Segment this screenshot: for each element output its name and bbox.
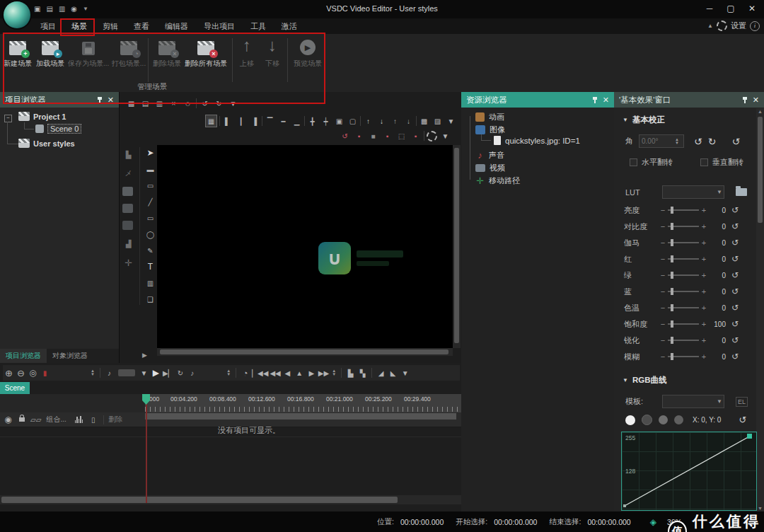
motion-add-icon[interactable]: ↺ bbox=[340, 130, 350, 141]
video-tool-icon[interactable] bbox=[122, 221, 133, 230]
slider-track[interactable] bbox=[668, 258, 699, 260]
track-lane[interactable] bbox=[145, 413, 456, 420]
rotate-caret-icon[interactable]: ▼ bbox=[228, 98, 238, 109]
slider-track[interactable] bbox=[668, 291, 699, 292]
slider-track[interactable] bbox=[668, 226, 699, 227]
counter-tool-icon[interactable]: ▥ bbox=[145, 277, 156, 289]
movement-tool-icon[interactable]: ✛ bbox=[123, 257, 134, 268]
slider-track[interactable] bbox=[668, 307, 699, 308]
rotate-free-icon[interactable]: ○ bbox=[183, 98, 193, 109]
zoom-out-icon[interactable]: ⊖ bbox=[16, 367, 26, 378]
zoom-indicator-icon[interactable]: ◈ bbox=[650, 518, 656, 526]
preview-quality-control[interactable] bbox=[118, 369, 135, 376]
slider-decrease[interactable]: − bbox=[659, 238, 666, 247]
chart-tool-icon[interactable]: ▙ bbox=[123, 149, 134, 160]
bring-forward-icon[interactable]: ↑ bbox=[363, 115, 374, 127]
text-tool-icon[interactable]: T bbox=[145, 261, 156, 272]
waveform-view-icon[interactable]: ▙ bbox=[345, 367, 356, 378]
flip-vertical-checkbox[interactable]: 垂直翻转 bbox=[700, 157, 743, 168]
reset-icon[interactable]: ↺ bbox=[727, 320, 743, 328]
resource-item-animation[interactable]: 动画 bbox=[475, 112, 504, 122]
prev-frame-icon[interactable]: ◀ bbox=[282, 367, 293, 378]
slider-track[interactable] bbox=[668, 209, 699, 211]
template-select[interactable]: ▼ bbox=[662, 395, 724, 408]
spinner-icon[interactable]: ▲▼ bbox=[91, 369, 95, 376]
slider-increase[interactable]: + bbox=[700, 287, 707, 296]
tree-item-project1[interactable]: Project 1 bbox=[18, 112, 66, 121]
channel-green-icon[interactable] bbox=[659, 415, 668, 424]
reset-icon[interactable]: ↺ bbox=[727, 206, 743, 214]
settings-label[interactable]: 设置 bbox=[731, 21, 746, 31]
freeshape-tool-icon[interactable]: ✎ bbox=[145, 245, 156, 256]
reset-curve-icon[interactable]: ↺ bbox=[739, 415, 746, 424]
bring-front-icon[interactable]: ↑ bbox=[390, 115, 400, 127]
pin-icon[interactable] bbox=[742, 97, 748, 103]
tab-projects[interactable]: 项目 bbox=[33, 19, 64, 34]
delete-object-icon[interactable]: × bbox=[168, 98, 179, 109]
tab-object-explorer[interactable]: 对象浏览器 bbox=[47, 349, 93, 363]
slider-decrease[interactable]: − bbox=[659, 352, 666, 361]
slider-track[interactable] bbox=[668, 340, 699, 341]
clock-icon[interactable]: ◔ bbox=[240, 367, 250, 378]
canvas-hscrollbar[interactable] bbox=[157, 348, 453, 356]
palette-more-icon[interactable]: ▶ bbox=[142, 352, 147, 359]
settings-gear-icon[interactable] bbox=[717, 21, 727, 31]
motion-point-icon[interactable]: ▪ bbox=[354, 130, 364, 141]
slider-track[interactable] bbox=[668, 356, 699, 357]
slider-decrease[interactable]: − bbox=[659, 303, 666, 312]
audio-tool-icon[interactable]: ▟ bbox=[123, 238, 134, 249]
collapse-ribbon-icon[interactable]: ▲ bbox=[707, 23, 713, 29]
tab-activation[interactable]: 激活 bbox=[274, 19, 305, 34]
tree-item-scene0[interactable]: Scene 0 bbox=[35, 124, 81, 134]
section-rgb-curves[interactable]: ▼ RGB曲线 bbox=[623, 375, 666, 386]
delete-all-scenes-button[interactable]: × 删除所有场景 bbox=[183, 37, 229, 82]
preview-scene-button[interactable]: ▶ 预览场景 bbox=[291, 37, 325, 82]
chroma-icon[interactable]: ▪ bbox=[382, 130, 393, 141]
align-left-icon[interactable]: ▌ bbox=[222, 115, 233, 127]
align-center-icon[interactable]: ┃ bbox=[236, 115, 246, 127]
spinner-icon[interactable]: ▲▼ bbox=[226, 369, 231, 376]
ellipse-tool-icon[interactable]: ◯ bbox=[145, 229, 156, 240]
minimize-button[interactable]: ─ bbox=[699, 1, 720, 16]
canvas-settings-gear-icon[interactable] bbox=[427, 131, 437, 141]
cut-icon[interactable]: ▩ bbox=[126, 98, 137, 109]
align-top-icon[interactable]: ▔ bbox=[265, 115, 275, 127]
timeline-ruler[interactable]: 000 00:04.200 00:08.400 00:12.600 00:16.… bbox=[145, 394, 461, 412]
slider-decrease[interactable]: − bbox=[659, 206, 666, 214]
reset-angle-icon[interactable]: ↺ bbox=[731, 137, 740, 146]
quality-caret-icon[interactable]: ▼ bbox=[139, 367, 149, 378]
align-right-icon[interactable]: ▐ bbox=[249, 115, 260, 127]
rgb-curve-editor[interactable]: 255 128 bbox=[621, 432, 757, 511]
template-export-icon[interactable]: EL bbox=[736, 397, 748, 407]
rotate-cw-90-icon[interactable]: ↻ bbox=[708, 137, 717, 146]
pack-scene-button[interactable]: ◔ 打包场景... bbox=[110, 37, 147, 82]
tree-item-user-styles[interactable]: User styles bbox=[18, 139, 75, 148]
flip-horizontal-checkbox[interactable]: 水平翻转 bbox=[630, 157, 673, 168]
lut-select[interactable]: ▼ bbox=[662, 185, 724, 199]
volume-icon[interactable]: ♪ bbox=[187, 367, 197, 378]
slider-increase[interactable]: + bbox=[700, 255, 707, 263]
tab-scenes[interactable]: 场景 bbox=[64, 19, 95, 34]
edit-points-tool-icon[interactable]: ▭ bbox=[145, 180, 156, 191]
lut-folder-icon[interactable] bbox=[736, 188, 747, 196]
rotate-ccw-icon[interactable]: ↺ bbox=[199, 98, 210, 109]
pointer-tool-icon[interactable]: ➤ bbox=[145, 147, 156, 158]
mute-icon[interactable]: ♪ bbox=[104, 367, 115, 378]
resource-item-movement[interactable]: ✛ 移动路径 bbox=[475, 175, 520, 186]
lock-icon[interactable] bbox=[19, 417, 25, 422]
slider-decrease[interactable]: − bbox=[659, 222, 666, 231]
load-scene-button[interactable]: ▸ 加载场景 bbox=[34, 37, 66, 82]
panel-close-icon[interactable]: ✕ bbox=[753, 96, 759, 105]
line-tool-icon[interactable]: ╱ bbox=[145, 196, 156, 207]
image-tool-icon[interactable] bbox=[122, 187, 133, 196]
channel-red-icon[interactable] bbox=[642, 415, 652, 425]
grid-icon[interactable]: ▦ bbox=[205, 115, 217, 127]
save-as-scene-button[interactable]: 保存为场景... bbox=[68, 37, 109, 82]
new-scene-button[interactable]: + 新建场景 bbox=[1, 37, 34, 82]
selection-frame-icon[interactable]: ⬚ bbox=[396, 130, 407, 141]
panel-close-icon[interactable]: ✕ bbox=[603, 96, 609, 105]
section-basic-correction[interactable]: ▼ 基本校正 bbox=[623, 115, 665, 125]
group-button[interactable]: 组合... bbox=[46, 415, 66, 424]
next-frame-icon[interactable]: ▶ bbox=[306, 367, 317, 378]
cursor-position-icon[interactable]: ▲ bbox=[294, 367, 305, 378]
